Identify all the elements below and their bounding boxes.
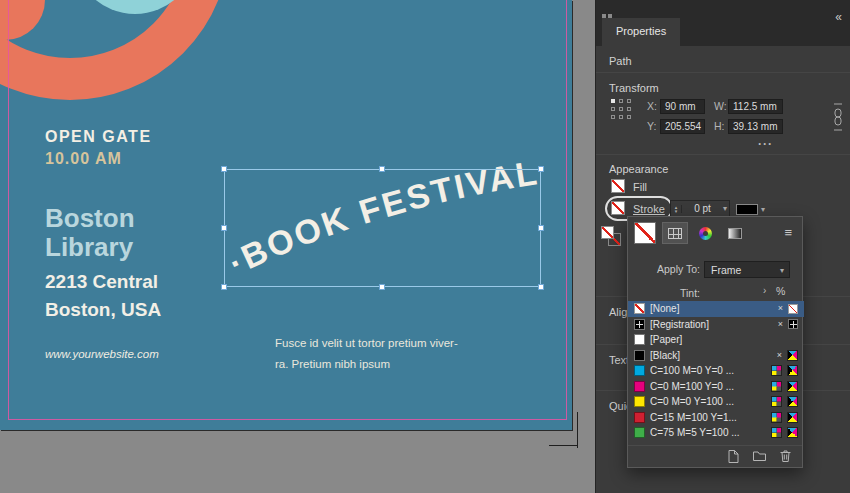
swatch-name: C=15 M=100 Y=1... (650, 412, 766, 423)
venue-line1: Boston (45, 204, 135, 233)
none-swatch-chip (634, 303, 645, 314)
magenta-swatch-chip (634, 381, 645, 392)
non-editable-icon: × (778, 304, 783, 313)
paper-swatch-chip (634, 334, 645, 345)
gradient-icon (728, 228, 742, 239)
swatch-name: [Registration] (650, 319, 773, 330)
address-line2: Boston, USA (45, 296, 161, 324)
process-color-icon (771, 381, 782, 392)
cmyk-mode-icon (787, 350, 798, 361)
swatch-row-paper[interactable]: [Paper] (628, 332, 804, 348)
delete-swatch-button[interactable] (779, 449, 792, 463)
non-editable-icon: × (777, 351, 782, 360)
poster-venue-text[interactable]: Boston Library (45, 204, 135, 262)
x-input[interactable]: 90 mm (660, 99, 705, 114)
h-input[interactable]: 39.13 mm (728, 119, 783, 134)
poster-address-text[interactable]: 2213 Central Boston, USA (45, 268, 161, 324)
poster-canvas[interactable]: OPEN GATE 10.00 AM Boston Library 2213 C… (0, 0, 572, 430)
tint-chevron-icon[interactable]: › (763, 285, 766, 296)
body-line1: Fusce id velit ut tortor pretium viver- (275, 333, 458, 354)
w-input[interactable]: 112.5 mm (728, 99, 783, 114)
constrain-proportions-icon[interactable] (832, 101, 844, 133)
chevron-down-icon: ▾ (780, 266, 786, 275)
new-swatch-button[interactable] (726, 449, 740, 464)
stroke-weight-stepper[interactable]: ▴▾ (671, 205, 682, 213)
apply-to-label: Apply To: (628, 263, 700, 275)
selection-handle-sw[interactable] (221, 284, 227, 290)
selection-handle-n[interactable] (379, 166, 385, 172)
selection-handle-ne[interactable] (538, 166, 544, 172)
fill-swatch-icon[interactable] (611, 179, 625, 193)
process-color-icon (771, 396, 782, 407)
process-color-icon (771, 427, 782, 438)
stroke-swatch-icon[interactable] (611, 201, 625, 215)
poster-body-text[interactable]: Fusce id velit ut tortor pretium viver- … (275, 333, 458, 375)
selection-handle-w[interactable] (221, 225, 227, 231)
swatch-row-green[interactable]: C=75 M=5 Y=100 ... (628, 425, 804, 441)
swatch-list: [None] × [Registration] × [Paper] [Black… (628, 301, 804, 441)
address-line1: 2213 Central (45, 268, 161, 296)
cyan-swatch-chip (634, 365, 645, 376)
swatch-name: C=0 M=100 Y=0 ... (650, 381, 766, 392)
y-input[interactable]: 205.554 mm (660, 119, 705, 134)
transform-section-title: Transform (609, 82, 659, 94)
reference-point-proxy[interactable] (611, 99, 631, 119)
cmyk-mode-icon (787, 381, 798, 392)
selection-handle-nw[interactable] (221, 166, 227, 172)
x-label: X: (647, 100, 657, 112)
swatches-view-button[interactable] (662, 222, 688, 244)
swatch-row-yellow[interactable]: C=0 M=0 Y=100 ... (628, 394, 804, 410)
panel-menu-icon[interactable]: ≡ (784, 225, 792, 240)
poster-website-text[interactable]: www.yourwebsite.com (45, 348, 159, 360)
y-label: Y: (647, 120, 656, 132)
none-mini-icon (788, 304, 798, 314)
color-wheel-button[interactable] (692, 222, 718, 244)
stroke-weight-value: 0 pt (682, 203, 723, 214)
fill-label[interactable]: Fill (633, 181, 647, 193)
red-swatch-chip (634, 412, 645, 423)
poster-time-text[interactable]: 10.00 AM (45, 150, 122, 168)
swatch-row-none[interactable]: [None] × (628, 301, 804, 317)
fill-proxy-icon[interactable] (601, 226, 614, 239)
selection-handle-s[interactable] (379, 284, 385, 290)
selection-bounding-box[interactable] (224, 169, 541, 287)
appearance-section-title: Appearance (609, 163, 668, 175)
color-wheel-icon (699, 227, 712, 240)
panel-header: « Properties (596, 0, 850, 46)
gradient-button[interactable] (722, 222, 748, 244)
current-swatch-none-icon[interactable] (634, 222, 656, 244)
stroke-label[interactable]: Stroke (633, 203, 665, 215)
stroke-color-dropdown[interactable]: ▾ (736, 202, 772, 216)
h-label: H: (714, 120, 725, 132)
black-color-chip (736, 204, 758, 215)
bleed-guide-horizontal (549, 445, 578, 446)
swatch-row-registration[interactable]: [Registration] × (628, 317, 804, 333)
green-swatch-chip (634, 427, 645, 438)
cmyk-mode-icon (787, 412, 798, 423)
more-options-icon[interactable]: ··· (758, 137, 773, 151)
process-color-icon (771, 365, 782, 376)
tint-percent-sign: % (776, 285, 785, 297)
body-line2: ra. Pretium nibh ipsum (275, 354, 458, 375)
collapse-panel-icon[interactable]: « (835, 10, 842, 24)
apply-to-select[interactable]: Frame ▾ (704, 261, 790, 278)
swatch-row-magenta[interactable]: C=0 M=100 Y=0 ... (628, 379, 804, 395)
swatch-name: [Paper] (650, 334, 798, 345)
divider (596, 154, 850, 155)
swatch-row-black[interactable]: [Black] × (628, 348, 804, 364)
swatch-grid-icon (668, 228, 682, 239)
tab-properties[interactable]: Properties (602, 18, 680, 46)
new-group-button[interactable] (752, 449, 767, 463)
stroke-weight-dropdown[interactable]: ▴▾ 0 pt ▾ (670, 200, 730, 217)
selection-handle-se[interactable] (538, 284, 544, 290)
poster-open-gate-text[interactable]: OPEN GATE (45, 128, 152, 146)
swatch-row-cyan[interactable]: C=100 M=0 Y=0 ... (628, 363, 804, 379)
black-swatch-chip (634, 350, 645, 361)
swatch-row-red[interactable]: C=15 M=100 Y=1... (628, 410, 804, 426)
cmyk-mode-icon (787, 427, 798, 438)
selection-handle-e[interactable] (538, 225, 544, 231)
chevron-down-icon: ▾ (723, 204, 729, 213)
divider (628, 445, 802, 446)
tint-label: Tint: (628, 287, 700, 299)
bleed-guide-vertical (577, 412, 578, 448)
